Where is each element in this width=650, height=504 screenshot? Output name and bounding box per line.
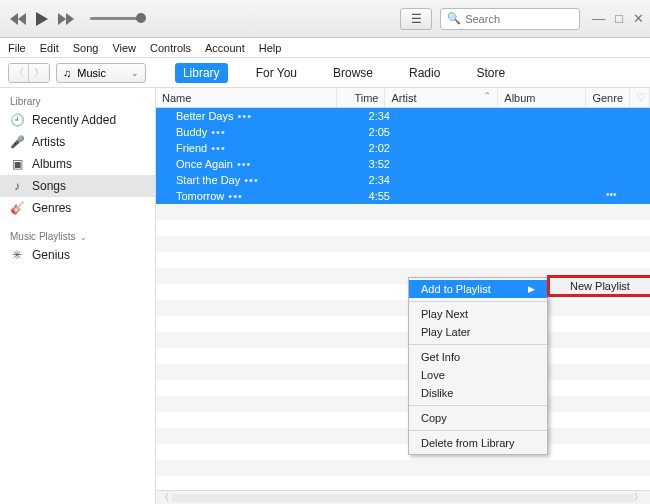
more-icon[interactable]: ••• xyxy=(211,142,226,154)
col-time[interactable]: Time xyxy=(337,88,385,107)
sidebar: Library 🕘Recently Added 🎤Artists ▣Albums… xyxy=(0,88,156,504)
empty-row xyxy=(156,316,650,332)
more-icon[interactable]: ••• xyxy=(211,126,226,138)
sidebar-item-albums[interactable]: ▣Albums xyxy=(0,153,155,175)
empty-row xyxy=(156,236,650,252)
sort-asc-icon: ⌃ xyxy=(484,91,491,100)
tab-library[interactable]: Library xyxy=(175,63,228,83)
category-selector[interactable]: ♫ Music ⌄ xyxy=(56,63,146,83)
col-name[interactable]: Name xyxy=(156,88,337,107)
empty-row xyxy=(156,252,650,268)
context-menu: Add to Playlist▶ Play Next Play Later Ge… xyxy=(408,277,548,455)
empty-row xyxy=(156,204,650,220)
empty-row xyxy=(156,476,650,490)
table-row[interactable]: Buddy •••2:05 xyxy=(156,124,650,140)
menu-controls[interactable]: Controls xyxy=(150,42,191,54)
more-icon[interactable]: ••• xyxy=(237,158,252,170)
nav-forward-button[interactable]: 〉 xyxy=(29,64,49,82)
more-icon[interactable]: ••• xyxy=(244,174,259,186)
ctx-delete[interactable]: Delete from Library xyxy=(409,434,547,452)
section-tabs: Library For You Browse Radio Store xyxy=(146,63,542,83)
tab-browse[interactable]: Browse xyxy=(325,63,381,83)
table-row[interactable]: Once Again •••3:52 xyxy=(156,156,650,172)
table-row[interactable]: Friend •••2:02 xyxy=(156,140,650,156)
menu-view[interactable]: View xyxy=(112,42,136,54)
genius-icon: ✳ xyxy=(10,248,24,262)
more-icon[interactable]: ••• xyxy=(228,190,243,202)
clock-icon: 🕘 xyxy=(10,113,24,127)
table-row[interactable]: Start the Day •••2:34 xyxy=(156,172,650,188)
music-note-icon: ♫ xyxy=(63,67,71,79)
next-track-button[interactable] xyxy=(56,9,76,29)
column-headers: Name Time Artist⌃ Album Genre ♡ xyxy=(156,88,650,108)
category-label: Music xyxy=(77,67,106,79)
submenu-new-playlist[interactable]: New Playlist xyxy=(547,275,650,297)
prev-track-button[interactable] xyxy=(8,9,28,29)
mic-icon: 🎤 xyxy=(10,135,24,149)
submenu-arrow-icon: ▶ xyxy=(528,284,535,294)
tab-store[interactable]: Store xyxy=(468,63,513,83)
rows-container: Better Days •••2:34 Buddy •••2:05 Friend… xyxy=(156,108,650,490)
sidebar-item-label: Genius xyxy=(32,248,70,262)
sidebar-item-label: Albums xyxy=(32,157,72,171)
col-artist[interactable]: Artist⌃ xyxy=(385,88,498,107)
empty-row xyxy=(156,412,650,428)
sidebar-item-genres[interactable]: 🎸Genres xyxy=(0,197,155,219)
volume-slider[interactable] xyxy=(90,17,140,20)
ctx-play-next[interactable]: Play Next xyxy=(409,305,547,323)
empty-row xyxy=(156,428,650,444)
titlebar: ☰ 🔍 — □ ✕ xyxy=(0,0,650,38)
empty-row xyxy=(156,220,650,236)
sidebar-item-label: Songs xyxy=(32,179,66,193)
empty-row xyxy=(156,444,650,460)
horizontal-scrollbar[interactable]: 〈 〉 xyxy=(156,490,650,504)
col-genre[interactable]: Genre xyxy=(586,88,630,107)
minimize-button[interactable]: — xyxy=(592,11,605,26)
empty-row xyxy=(156,348,650,364)
ctx-play-later[interactable]: Play Later xyxy=(409,323,547,341)
scroll-left-icon[interactable]: 〈 xyxy=(160,491,172,504)
sidebar-item-recently-added[interactable]: 🕘Recently Added xyxy=(0,109,155,131)
ctx-get-info[interactable]: Get Info xyxy=(409,348,547,366)
sidebar-item-label: Recently Added xyxy=(32,113,116,127)
scroll-right-icon[interactable]: 〉 xyxy=(634,491,646,504)
empty-row xyxy=(156,396,650,412)
more-icon[interactable]: ••• xyxy=(237,110,252,122)
empty-row xyxy=(156,380,650,396)
ctx-dislike[interactable]: Dislike xyxy=(409,384,547,402)
sidebar-item-label: Artists xyxy=(32,135,65,149)
sidebar-playlists-header[interactable]: Music Playlists ⌄ xyxy=(0,227,155,244)
ctx-copy[interactable]: Copy xyxy=(409,409,547,427)
sidebar-item-genius[interactable]: ✳Genius xyxy=(0,244,155,266)
note-icon: ♪ xyxy=(10,179,24,193)
search-field[interactable]: 🔍 xyxy=(440,8,580,30)
genres-icon: 🎸 xyxy=(10,201,24,215)
col-album[interactable]: Album xyxy=(498,88,586,107)
table-row[interactable]: Better Days •••2:34 xyxy=(156,108,650,124)
submenu-label: New Playlist xyxy=(570,280,630,292)
menu-song[interactable]: Song xyxy=(73,42,99,54)
tab-radio[interactable]: Radio xyxy=(401,63,448,83)
ctx-add-to-playlist[interactable]: Add to Playlist▶ xyxy=(409,280,547,298)
maximize-button[interactable]: □ xyxy=(615,11,623,26)
tab-for-you[interactable]: For You xyxy=(248,63,305,83)
play-button[interactable] xyxy=(32,9,52,29)
album-icon: ▣ xyxy=(10,157,24,171)
menu-help[interactable]: Help xyxy=(259,42,282,54)
col-love[interactable]: ♡ xyxy=(630,88,650,107)
close-button[interactable]: ✕ xyxy=(633,11,644,26)
menubar: File Edit Song View Controls Account Hel… xyxy=(0,38,650,58)
sidebar-library-header: Library xyxy=(0,92,155,109)
ctx-love[interactable]: Love xyxy=(409,366,547,384)
menu-edit[interactable]: Edit xyxy=(40,42,59,54)
search-input[interactable] xyxy=(465,13,603,25)
menu-account[interactable]: Account xyxy=(205,42,245,54)
menu-file[interactable]: File xyxy=(8,42,26,54)
list-view-button[interactable]: ☰ xyxy=(400,8,432,30)
table-row[interactable]: Tomorrow •••4:55••• xyxy=(156,188,650,204)
nav-back-button[interactable]: 〈 xyxy=(9,64,29,82)
sidebar-item-artists[interactable]: 🎤Artists xyxy=(0,131,155,153)
sidebar-item-songs[interactable]: ♪Songs xyxy=(0,175,155,197)
row-more-icon[interactable]: ••• xyxy=(606,189,623,200)
chevron-updown-icon: ⌄ xyxy=(131,68,139,78)
